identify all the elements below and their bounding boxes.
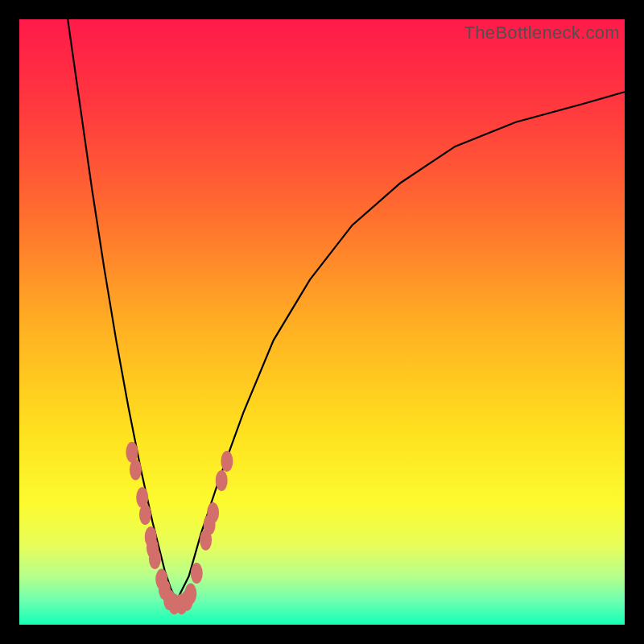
marker-dot [139,504,151,525]
marker-dot [216,470,228,491]
marker-dot [207,502,219,523]
marker-dot [184,584,196,605]
marker-dot [149,548,161,569]
gradient-bg [19,19,625,625]
marker-dot [191,563,203,584]
watermark: TheBottleneck.com [464,23,620,43]
marker-dot [221,451,233,472]
marker-dot [130,460,142,481]
chart-svg [19,19,625,625]
plot-area [19,19,625,625]
